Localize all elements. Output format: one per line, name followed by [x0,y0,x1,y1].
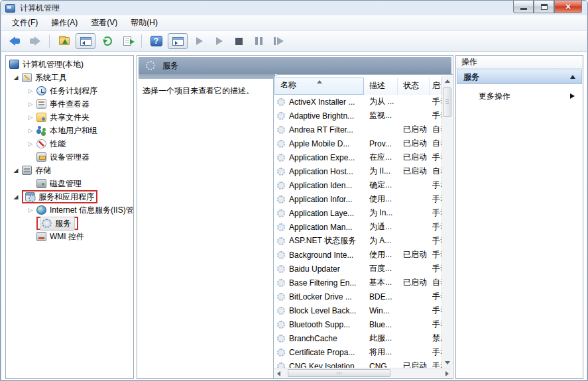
minimize-button[interactable] [513,1,534,13]
stop-service-button[interactable] [231,33,247,49]
tree-item-event-viewer[interactable]: ▷事件查看器 [6,97,133,111]
tree-item-services-and-applications[interactable]: ◢服务和应用程序 [6,190,133,203]
tree-item-device-manager[interactable]: 设备管理器 [6,150,133,164]
scroll-right-button[interactable] [442,368,452,378]
service-startup-type: 手动 [430,291,441,302]
more-actions-item[interactable]: 更多操作 [456,89,583,103]
collapsed-arrow-icon[interactable]: ▷ [25,101,36,107]
services-header: 服务 [139,57,451,74]
collapsed-arrow-icon[interactable]: ▷ [25,140,36,147]
scroll-up-icon [445,80,450,83]
service-row[interactable]: Apple Mobile D...Prov...已启动自动 [274,136,441,150]
forward-button[interactable] [27,33,43,49]
service-row[interactable]: Application Iden...确定...手动 [274,178,441,192]
menu-help[interactable]: 帮助(H) [124,15,164,31]
collapsed-arrow-icon[interactable]: ▷ [25,127,36,134]
maximize-icon [541,4,548,10]
resume-service-button[interactable] [211,33,227,49]
collapsed-arrow-icon[interactable]: ▷ [25,87,36,94]
menu-action[interactable]: 操作(A) [44,15,84,31]
scroll-left-icon [277,371,280,376]
pause-service-button[interactable] [251,33,267,49]
service-name: ASP.NET 状态服务 [289,235,356,246]
tree-item-shared-folders[interactable]: ▷共享文件夹 [6,111,133,124]
service-row[interactable]: Base Filtering En...基本...已启动自动 [274,276,441,290]
service-row[interactable]: Adaptive Brightn...监视...手动 [274,109,441,123]
service-row[interactable]: ActiveX Installer ...为从 ...手动 [274,95,441,109]
tree-item-computer-management-local[interactable]: 计算机管理(本地) [6,58,133,71]
restart-service-button[interactable] [270,33,287,49]
column-header-status[interactable]: 状态 [398,78,430,95]
service-row[interactable]: BranchCache此服...禁用 [274,331,441,345]
tree-item-performance[interactable]: ▷性能 [6,137,133,150]
expanded-arrow-icon[interactable]: ◢ [10,193,22,200]
service-row[interactable]: Block Level Back...Win...手动 [274,303,441,317]
horizontal-scrollbar-thumb[interactable] [288,369,390,377]
tree-item-storage[interactable]: ◢存储 [6,164,133,177]
service-name-cell: Background Inte... [274,250,364,260]
help-button[interactable] [148,33,164,49]
tree-item-task-scheduler[interactable]: ▷任务计划程序 [6,84,133,97]
service-row[interactable]: Baidu Updater百度...手动 [274,262,441,276]
menu-file[interactable]: 文件(F) [5,15,44,31]
service-row[interactable]: BitLocker Drive ...BDE...手动 [274,290,441,303]
show-action-pane-button[interactable] [168,33,188,49]
service-row[interactable]: Application Host...为 II...已启动自动 [274,164,441,178]
service-name: Application Infor... [289,195,352,204]
expanded-arrow-icon[interactable]: ◢ [10,167,22,174]
column-header-description[interactable]: 描述 [364,78,398,95]
service-description: 为 In... [364,207,398,219]
vertical-scrollbar[interactable] [441,76,452,368]
collapse-section-icon[interactable] [570,75,575,79]
service-row[interactable]: CNG Key IsolationCNG...已启动手动 [274,359,441,368]
service-row[interactable]: Certificate Propa...将用...手动 [274,345,441,359]
show-console-tree-button[interactable] [76,33,95,49]
tree-item-disk-management[interactable]: 磁盘管理 [6,177,133,190]
column-header-name[interactable]: 名称 [274,78,364,95]
tree-item-local-users-groups[interactable]: ▷本地用户和组 [6,124,133,137]
tree-item-system-tools[interactable]: ◢系统工具 [6,71,133,84]
service-name: Block Level Back... [289,306,356,315]
scroll-down-button[interactable] [442,357,453,368]
tree-item-iis-manager[interactable]: ▷Internet 信息服务(IIS)管理器 [6,203,133,217]
selected-item-highlight: 服务 [40,217,75,231]
service-row[interactable]: Application Laye...为 In...手动 [274,206,441,220]
back-button[interactable] [7,33,23,49]
collapsed-arrow-icon[interactable]: ▷ [25,114,36,121]
service-row[interactable]: Application Infor...使用...手动 [274,192,441,206]
toolbar-separator [141,34,142,48]
tree-item-wmi-control[interactable]: WMI 控件 [6,230,133,243]
service-gear-icon [277,195,285,203]
column-header-startup-type[interactable]: 启动类型 [430,78,441,95]
service-name-cell: CNG Key Isolation [274,362,364,368]
export-list-button[interactable] [119,33,135,49]
service-row[interactable]: Application Man...为通...手动 [274,220,441,234]
service-row[interactable]: Application Expe...在应...已启动手动 [274,150,441,164]
service-gear-icon [277,279,285,287]
refresh-button[interactable] [99,33,115,49]
service-row[interactable]: Bluetooth Supp...Blue...手动 [274,317,441,331]
service-name: BranchCache [289,334,337,343]
horizontal-scrollbar[interactable] [274,368,452,378]
service-row[interactable]: Andrea RT Filter...已启动自动 [274,123,441,136]
service-gear-icon [277,265,285,273]
up-folder-button[interactable] [56,33,72,49]
expanded-arrow-icon[interactable]: ◢ [10,74,22,81]
service-startup-type: 手动 [430,249,441,260]
start-service-button[interactable] [191,33,207,49]
collapsed-arrow-icon[interactable]: ▷ [25,207,36,213]
service-row[interactable]: ASP.NET 状态服务为 A...手动 [274,234,441,248]
maximize-button[interactable] [534,1,554,13]
device-manager-icon [36,152,46,162]
tree-item-services[interactable]: 服务 [6,217,133,230]
service-row[interactable]: Background Inte...使用...已启动手动 [274,248,441,262]
menu-view[interactable]: 查看(V) [84,15,124,31]
title-bar[interactable]: 计算机管理 × [1,1,587,15]
iis-icon [36,205,46,215]
scroll-up-button[interactable] [442,76,453,86]
window-title: 计算机管理 [20,3,60,14]
vertical-scrollbar-thumb[interactable] [443,87,451,117]
close-button[interactable]: × [554,1,582,13]
actions-section-services[interactable]: 服务 [457,70,582,84]
scroll-left-button[interactable] [274,368,284,378]
